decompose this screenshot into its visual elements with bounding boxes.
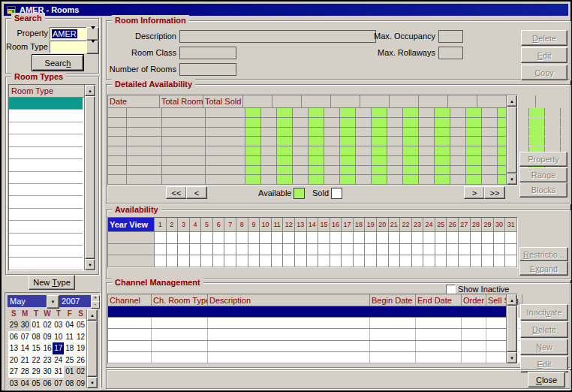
total-sold-cell[interactable] xyxy=(206,166,245,175)
availability-cell[interactable] xyxy=(447,255,459,267)
inactivate-channel-button[interactable]: Inactivate xyxy=(520,304,568,321)
restrictions-button[interactable]: Restrictio... xyxy=(519,247,568,261)
sold-cell[interactable] xyxy=(324,156,340,165)
sold-cell[interactable] xyxy=(324,118,340,127)
availability-cell[interactable] xyxy=(482,232,494,243)
available-cell[interactable] xyxy=(309,137,324,146)
scrollbar-thumb[interactable] xyxy=(507,306,517,352)
property-input[interactable]: AMER xyxy=(50,27,90,40)
room-type-lov-button[interactable] xyxy=(86,41,99,54)
availability-cell[interactable] xyxy=(423,244,435,255)
availability-cell[interactable] xyxy=(213,232,225,243)
sold-cell[interactable] xyxy=(450,146,466,155)
channel-cell[interactable] xyxy=(370,341,416,351)
sold-cell[interactable] xyxy=(387,146,403,155)
availability-cell[interactable] xyxy=(435,244,447,255)
sold-cell[interactable] xyxy=(261,156,277,165)
calendar-date-cell[interactable]: 15 xyxy=(31,342,42,354)
available-cell[interactable] xyxy=(435,156,450,165)
availability-cell[interactable] xyxy=(224,255,236,267)
available-cell[interactable] xyxy=(340,118,356,127)
availability-cell[interactable] xyxy=(354,255,366,267)
channel-cell[interactable] xyxy=(152,341,208,351)
available-cell[interactable] xyxy=(372,137,387,146)
delete-channel-button[interactable]: Delete xyxy=(520,321,568,338)
available-cell[interactable] xyxy=(245,175,261,184)
availability-cell[interactable] xyxy=(248,232,260,243)
availability-cell[interactable] xyxy=(283,232,295,243)
room-type-row[interactable] xyxy=(9,221,83,233)
availability-cell[interactable] xyxy=(307,232,319,243)
available-cell[interactable] xyxy=(309,146,324,155)
availability-cell[interactable] xyxy=(307,244,319,255)
sold-cell[interactable] xyxy=(450,118,466,127)
availability-cell[interactable] xyxy=(155,232,167,243)
available-cell[interactable] xyxy=(340,175,356,184)
calendar-date-cell[interactable]: 26 xyxy=(75,354,86,366)
available-cell[interactable] xyxy=(466,156,482,165)
sold-cell[interactable] xyxy=(450,175,466,184)
sold-cell[interactable] xyxy=(545,118,561,127)
availability-cell[interactable] xyxy=(178,255,190,267)
available-cell[interactable] xyxy=(372,166,387,175)
available-cell[interactable] xyxy=(277,156,293,165)
available-cell[interactable] xyxy=(277,175,293,184)
calendar-date-cell[interactable]: 03 xyxy=(8,378,20,390)
availability-cell[interactable] xyxy=(201,244,213,255)
available-cell[interactable] xyxy=(435,175,450,184)
calendar-date-cell[interactable]: 08 xyxy=(31,331,42,343)
channel-cell[interactable] xyxy=(416,329,462,339)
channel-cell[interactable] xyxy=(108,318,152,328)
sold-cell[interactable] xyxy=(356,108,372,117)
available-cell[interactable] xyxy=(340,108,356,117)
date-cell[interactable] xyxy=(127,166,162,175)
calendar-date-cell[interactable]: 09 xyxy=(42,331,53,343)
available-cell[interactable] xyxy=(372,108,387,117)
channel-cell[interactable] xyxy=(208,341,370,351)
sold-cell[interactable] xyxy=(261,128,277,137)
available-cell[interactable] xyxy=(340,137,356,146)
availability-cell[interactable] xyxy=(365,232,377,243)
total-sold-cell[interactable] xyxy=(206,137,245,146)
availability-cell[interactable] xyxy=(389,244,401,255)
available-cell[interactable] xyxy=(529,108,545,117)
total-room-cell[interactable] xyxy=(162,175,206,184)
availability-cell[interactable] xyxy=(283,244,295,255)
available-cell[interactable] xyxy=(277,137,293,146)
range-button[interactable]: Range xyxy=(519,167,567,182)
date-day-cell[interactable] xyxy=(108,118,127,127)
calendar-date-cell[interactable]: 30 xyxy=(42,366,53,378)
availability-cell[interactable] xyxy=(330,232,342,243)
scroll-down-icon[interactable]: ▼ xyxy=(87,377,98,388)
availability-cell[interactable] xyxy=(482,255,494,267)
availability-cell[interactable] xyxy=(342,255,354,267)
availability-cell[interactable] xyxy=(224,244,236,255)
availability-cell[interactable] xyxy=(435,232,447,243)
calendar-date-cell[interactable]: 02 xyxy=(75,366,86,378)
availability-cell[interactable] xyxy=(201,232,213,243)
channel-row[interactable] xyxy=(108,329,517,340)
availability-cell[interactable] xyxy=(412,244,424,255)
sold-cell[interactable] xyxy=(293,166,309,175)
availability-cell[interactable] xyxy=(167,232,179,243)
availability-cell[interactable] xyxy=(365,244,377,255)
calendar-date-cell[interactable]: 29 xyxy=(31,366,42,378)
sold-cell[interactable] xyxy=(387,166,403,175)
availability-cell[interactable] xyxy=(342,232,354,243)
sold-cell[interactable] xyxy=(450,137,466,146)
total-room-cell[interactable] xyxy=(162,137,206,146)
availability-cell[interactable] xyxy=(248,255,260,267)
date-cell[interactable] xyxy=(127,175,162,184)
sold-cell[interactable] xyxy=(261,137,277,146)
available-cell[interactable] xyxy=(340,128,356,137)
sold-cell[interactable] xyxy=(293,118,309,127)
channel-cell[interactable] xyxy=(208,318,370,328)
room-type-row[interactable] xyxy=(9,234,83,246)
calendar-date-cell[interactable]: 04 xyxy=(20,378,31,390)
availability-cell[interactable] xyxy=(412,255,424,267)
availability-cell[interactable] xyxy=(224,232,236,243)
calendar-date-cell[interactable]: 03 xyxy=(53,319,64,331)
calendar-month-select[interactable]: May xyxy=(8,295,51,307)
availability-cell[interactable] xyxy=(190,232,202,243)
calendar-date-cell[interactable]: 07 xyxy=(53,378,64,390)
